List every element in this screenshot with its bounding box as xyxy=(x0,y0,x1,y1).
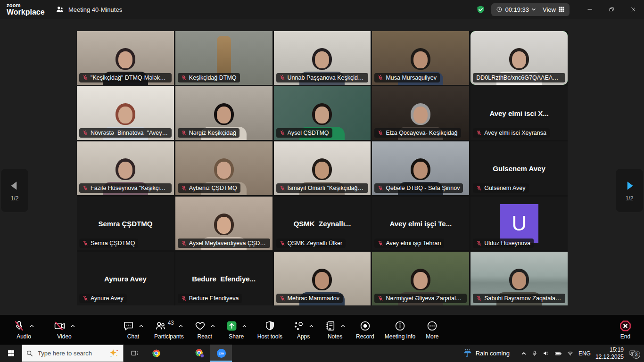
more-button[interactable]: More xyxy=(426,319,438,340)
view-button[interactable]: View xyxy=(543,6,565,13)
react-button[interactable]: React xyxy=(194,319,215,340)
participant-tile[interactable]: Keşikçidağ DTMQ xyxy=(175,31,272,85)
participant-tile[interactable]: Avey elmi işçi Te...Avey elmi işçi Tehra… xyxy=(372,197,469,250)
participant-tile[interactable]: Bedure Efendiye...Bedure Efendiyeva xyxy=(175,252,272,305)
participant-tile[interactable]: Aysel ÇŞDTMQ xyxy=(274,86,371,140)
pagination-next-button[interactable]: 1/2 xyxy=(616,169,643,212)
participant-tile[interactable]: QSMK Zeynallı...QSMK Zeynallı Ülkər xyxy=(274,197,371,250)
participant-tile[interactable]: Sabuhi Bayramov ZaqatalaTM... xyxy=(471,252,568,305)
share-screen-icon xyxy=(226,320,238,332)
chevron-up-icon[interactable] xyxy=(139,323,144,329)
participant-name-label: Ulduz Huseynova xyxy=(473,239,534,248)
security-shield-icon[interactable] xyxy=(476,5,486,15)
participant-tile[interactable]: "Keşikçidağ" DTMQ-Mələknis... xyxy=(77,31,174,85)
video-area: "Keşikçidağ" DTMQ-Mələknis...Keşikçidağ … xyxy=(0,19,644,315)
zoom-workplace-logo: zoom Workplace xyxy=(0,3,56,16)
participant-tile[interactable]: Qəbələ DTBQ - Səfa Şirinov xyxy=(372,141,469,195)
participants-button[interactable]: 43Participants xyxy=(154,319,184,340)
participant-tile[interactable]: Unnab Paşşanova Keşkçidağ ... xyxy=(274,31,371,85)
chevron-up-icon[interactable] xyxy=(210,323,215,329)
close-button[interactable] xyxy=(622,0,644,19)
zoom-app-icon: zm xyxy=(216,348,227,359)
meeting-participants-icon xyxy=(56,5,64,14)
participant-tile[interactable]: Nərgiz Keşikçidağ xyxy=(175,86,272,140)
participant-tile[interactable]: Növrəstə Binnətova "Avey" ... xyxy=(77,86,174,140)
minimize-button[interactable] xyxy=(579,0,601,19)
chevron-up-icon[interactable] xyxy=(29,323,34,329)
participant-tile[interactable]: Mehrac Mammadov xyxy=(274,252,371,305)
taskbar-zoom-button[interactable]: zm xyxy=(210,345,232,362)
taskbar-chrome-profile-button[interactable] xyxy=(189,345,210,362)
host-tools-button[interactable]: Host tools xyxy=(257,319,282,340)
taskbar-chrome-button[interactable] xyxy=(145,345,167,362)
restore-button[interactable] xyxy=(601,0,622,19)
timer-value: 00:19:33 xyxy=(505,6,529,13)
participant-tile[interactable]: Gulsenem AveyGulsenem Avey xyxy=(471,141,568,195)
taskbar-keyboard-app-button[interactable] xyxy=(167,345,189,362)
chat-button[interactable]: Chat xyxy=(123,319,144,340)
participant-tile[interactable]: Aysel Meylaverdiyeva ÇŞDTMQ xyxy=(175,197,272,250)
language-indicator[interactable]: ENG xyxy=(578,350,591,357)
participant-tile[interactable]: Semra ÇŞDTMQSemra ÇŞDTMQ xyxy=(77,197,174,250)
participant-tile[interactable]: Musa Mursaquliyev xyxy=(372,31,469,85)
participant-tile[interactable]: Avey elmi isci X...Avey elmi isci Xeyran… xyxy=(471,86,568,140)
muted-mic-icon xyxy=(83,296,88,301)
rock-formation xyxy=(217,36,231,77)
participant-tile[interactable]: Nəzmiyyət Əliyeva Zaqatala T... xyxy=(372,252,469,305)
chevron-up-icon[interactable] xyxy=(309,323,314,329)
meeting-info-button[interactable]: Meeting info xyxy=(385,319,415,340)
weather-label: Rain coming xyxy=(476,350,510,357)
apps-button[interactable]: Apps xyxy=(293,319,314,340)
weather-widget[interactable]: Rain coming xyxy=(463,349,510,358)
chevron-up-icon[interactable] xyxy=(340,323,346,329)
muted-mic-icon xyxy=(181,296,187,301)
start-button[interactable] xyxy=(0,345,22,362)
tray-battery-icon[interactable] xyxy=(554,350,562,357)
participant-tile[interactable]: Aybeniz ÇŞDTMQ xyxy=(175,141,272,195)
title-bar: zoom Workplace Meeting 40-Minutes 00:19:… xyxy=(0,0,644,19)
chevron-up-icon[interactable] xyxy=(178,323,183,329)
participant-name-label: Semra ÇŞDTMQ xyxy=(79,239,138,248)
participant-name-label: QSMK Zeynallı Ülkər xyxy=(276,239,346,248)
toolbar-left-group: AudioVideo xyxy=(0,319,75,340)
chrome-icon xyxy=(151,348,161,358)
participant-tile[interactable]: Elza Qocayeva- Keşikçidağ xyxy=(372,86,469,140)
muted-mic-icon xyxy=(378,296,383,301)
tray-chevron-up-icon[interactable] xyxy=(521,351,527,356)
taskbar-search[interactable] xyxy=(22,345,124,362)
chevron-up-icon[interactable] xyxy=(70,323,75,329)
meeting-timer[interactable]: 00:19:33 xyxy=(496,6,536,13)
record-button[interactable]: Record xyxy=(356,319,374,340)
muted-mic-icon xyxy=(280,130,285,136)
muted-mic-icon xyxy=(83,130,88,136)
view-label: View xyxy=(543,6,556,13)
participants-icon xyxy=(155,320,166,332)
audio-button[interactable]: Audio xyxy=(13,319,34,340)
muted-mic-icon xyxy=(280,75,285,81)
tray-speaker-icon[interactable] xyxy=(543,350,550,357)
participant-tile[interactable]: Fazilə Hüseynova "Keşikçidağ... xyxy=(77,141,174,195)
participant-tile[interactable]: UUlduz Huseynova xyxy=(471,197,568,250)
share-button[interactable]: Share xyxy=(226,319,247,340)
notification-center-button[interactable]: 3 xyxy=(628,349,639,357)
participant-name-label: Gulsenem Avey xyxy=(473,183,528,193)
notes-button[interactable]: Notes xyxy=(324,319,346,340)
participant-name-label: Musa Mursaquliyev xyxy=(374,73,440,82)
participant-tile[interactable]: İsmayıl Omarlı "Keşikçidağ" D... xyxy=(274,141,371,195)
page-indicator: 1/2 xyxy=(11,195,19,202)
participant-name-label: Nərgiz Keşikçidağ xyxy=(178,128,239,138)
chevron-up-icon[interactable] xyxy=(242,323,247,329)
participant-tile[interactable]: DD0LRzthBc/xnc6G7QAAEAAAAJ... xyxy=(471,31,568,85)
pagination-prev-button[interactable]: 1/2 xyxy=(1,169,28,212)
chevron-down-icon[interactable] xyxy=(531,7,536,12)
end-button[interactable]: End xyxy=(619,319,632,340)
muted-mic-icon xyxy=(83,185,88,191)
tray-mic-icon[interactable] xyxy=(531,350,538,357)
taskbar-clock[interactable]: 15:19 12.12.2025 xyxy=(595,346,624,361)
tray-wifi-icon[interactable] xyxy=(567,350,574,357)
participants-count-badge: 43 xyxy=(168,320,174,326)
video-button[interactable]: Video xyxy=(53,319,75,340)
participant-tile[interactable]: Aynurə AveyAynurə Avey xyxy=(77,252,174,305)
taskbar-task-view-button[interactable] xyxy=(124,345,145,362)
search-input[interactable] xyxy=(37,349,105,357)
